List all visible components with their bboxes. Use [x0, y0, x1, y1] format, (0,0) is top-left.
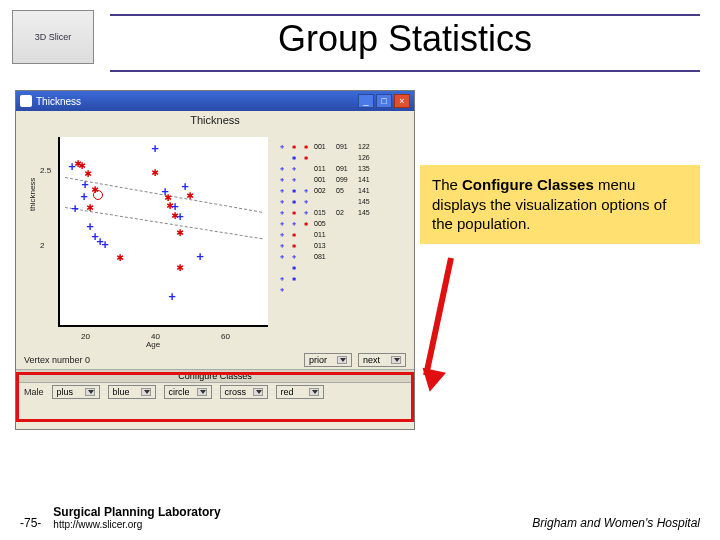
legend-row: ✱✱126 — [278, 152, 398, 163]
cross-marker: ✱ — [164, 191, 171, 203]
plus-marker: + — [176, 211, 183, 223]
cross-marker: ✱ — [176, 226, 183, 238]
legend-row: +✱+01502145 — [278, 207, 398, 218]
legend-row: + — [278, 284, 398, 295]
cross-marker: ✱ — [186, 189, 193, 201]
legend-row: +✱011 — [278, 229, 398, 240]
legend-row: +✱+00205141 — [278, 185, 398, 196]
y-tick: 2.5 — [40, 166, 51, 175]
legend-row: ✱ — [278, 262, 398, 273]
x-tick: 20 — [81, 332, 90, 341]
cross-marker: ✱ — [151, 166, 158, 178]
plot-area: thickness Age 2.5 2 20 40 60 + ✱ ✱ + + ✱… — [26, 131, 404, 349]
vertex-panel: Vertex number 0 prior next — [16, 351, 414, 369]
close-button[interactable]: × — [394, 94, 410, 108]
hospital-name: Brigham and Women's Hospital — [532, 516, 700, 530]
maximize-button[interactable]: □ — [376, 94, 392, 108]
titlebar[interactable]: Thickness _ □ × — [16, 91, 414, 111]
minimize-button[interactable]: _ — [358, 94, 374, 108]
x-tick: 60 — [221, 332, 230, 341]
legend-row: ++✱005 — [278, 218, 398, 229]
slide-title: Group Statistics — [110, 18, 700, 60]
legend-row: +✱013 — [278, 240, 398, 251]
window-title: Thickness — [36, 96, 81, 107]
y-axis-label: thickness — [28, 178, 37, 211]
prior-button[interactable]: prior — [304, 353, 352, 367]
arrow-head-icon — [418, 368, 446, 395]
legend-row: +✱✱001091122 — [278, 141, 398, 152]
lab-name: Surgical Planning Laboratory — [53, 505, 220, 519]
url-text: http://www.slicer.org — [53, 519, 220, 530]
chevron-down-icon — [337, 356, 347, 364]
plot-frame: + ✱ ✱ + + ✱ + ✱ + + + + ✱ ✱ + ✱ + ✱ + ✱ … — [58, 137, 268, 327]
legend-row: +✱ — [278, 273, 398, 284]
legend: +✱✱001091122✱✱126++011091135++001099141+… — [278, 141, 398, 295]
legend-row: ++001099141 — [278, 174, 398, 185]
circle-marker — [93, 190, 103, 200]
x-tick: 40 — [151, 332, 160, 341]
chevron-down-icon — [391, 356, 401, 364]
cross-marker: ✱ — [176, 261, 183, 273]
plus-marker: + — [196, 251, 203, 263]
highlight-box — [16, 372, 414, 422]
callout-box: The Configure Classes menu displays the … — [420, 165, 700, 244]
cross-marker: ✱ — [84, 167, 91, 179]
cross-marker: ✱ — [116, 251, 123, 263]
legend-row: ++081 — [278, 251, 398, 262]
plot-title: Thickness — [16, 111, 414, 129]
footer: -75- Surgical Planning Laboratory http:/… — [0, 505, 720, 530]
arrow-icon — [423, 257, 454, 376]
page-number: -75- — [20, 516, 41, 530]
plus-marker: + — [151, 143, 158, 155]
app-icon — [20, 95, 32, 107]
legend-row: +✱+145 — [278, 196, 398, 207]
legend-row: ++011091135 — [278, 163, 398, 174]
y-tick: 2 — [40, 241, 44, 250]
plus-marker: + — [168, 291, 175, 303]
x-axis-label: Age — [146, 340, 160, 349]
cross-marker: ✱ — [86, 201, 93, 213]
plus-marker: + — [71, 203, 78, 215]
slicer-logo: 3D Slicer — [12, 10, 94, 64]
vertex-label: Vertex number 0 — [24, 355, 90, 365]
plus-marker: + — [101, 239, 108, 251]
next-button[interactable]: next — [358, 353, 406, 367]
